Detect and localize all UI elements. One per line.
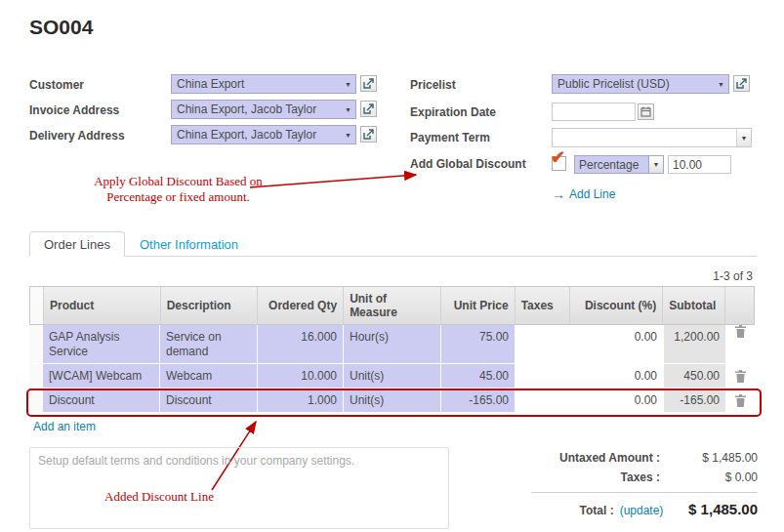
total-label: Total : (527, 504, 620, 517)
tab-order-lines[interactable]: Order Lines (29, 231, 125, 257)
cell-unit-price[interactable]: 45.00 (441, 364, 516, 389)
invoice-address-external-link-icon[interactable] (360, 101, 377, 117)
taxes-value: $ 0.00 (674, 471, 758, 484)
arrow-right-icon: → (552, 186, 565, 202)
customer-external-link-icon[interactable] (360, 75, 377, 92)
pricelist-value: Public Pricelist (USD) (553, 77, 714, 91)
cell-product[interactable]: Discount (43, 389, 160, 413)
cell-description[interactable]: Webcam (160, 364, 258, 389)
cell-unit-price[interactable]: -165.00 (441, 389, 516, 413)
col-taxes[interactable]: Taxes (516, 287, 570, 324)
payment-term-field[interactable]: ▼ (552, 128, 752, 147)
cell-uom[interactable]: Unit(s) (344, 364, 441, 389)
sales-order-form: SO004 Customer China Export ▼ Invoice Ad… (0, 0, 784, 532)
cell-qty[interactable]: 16.000 (258, 325, 344, 364)
cell-taxes[interactable] (516, 325, 570, 364)
table-row[interactable]: [WCAM] Webcam Webcam 10.000 Unit(s) 45.0… (29, 364, 755, 389)
chevron-down-icon[interactable]: ▼ (736, 129, 751, 146)
order-lines-table: Product Description Ordered Qty Unit of … (29, 286, 755, 413)
totals-divider (531, 492, 758, 493)
expiration-date-label: Expiration Date (410, 105, 496, 119)
discount-amount-input[interactable]: 10.00 (668, 155, 731, 174)
table-header: Product Description Ordered Qty Unit of … (29, 286, 755, 325)
annotation-global-discount-note: Apply Global Discount Based on Percentag… (83, 174, 273, 205)
table-row-discount[interactable]: Discount Discount 1.000 Unit(s) -165.00 … (29, 389, 755, 413)
cell-taxes[interactable] (516, 389, 570, 413)
pricelist-field[interactable]: Public Pricelist (USD) ▼ (552, 74, 729, 94)
taxes-label: Taxes : (527, 471, 674, 484)
update-link[interactable]: (update) (620, 504, 664, 517)
chevron-down-icon[interactable]: ▼ (648, 156, 663, 173)
cell-discount[interactable]: 0.00 (570, 364, 664, 389)
totals-block: Untaxed Amount : $ 1,485.00 Taxes : $ 0.… (527, 451, 758, 517)
col-discount[interactable]: Discount (%) (570, 287, 664, 324)
delivery-address-label: Delivery Address (29, 129, 125, 143)
delete-row-icon[interactable] (726, 325, 755, 364)
col-subtotal[interactable]: Subtotal (663, 287, 725, 324)
invoice-address-field[interactable]: China Export, Jacob Taylor ▼ (171, 100, 356, 119)
chevron-down-icon[interactable]: ▼ (341, 126, 355, 143)
invoice-address-value: China Export, Jacob Taylor (172, 102, 341, 116)
page-title: SO004 (29, 16, 93, 39)
payment-term-label: Payment Term (410, 131, 490, 144)
discount-type-value: Percentage (575, 158, 648, 172)
pager[interactable]: 1-3 of 3 (713, 269, 753, 283)
customer-value: China Export (172, 77, 341, 91)
col-ordered-qty[interactable]: Ordered Qty (258, 287, 344, 324)
chevron-down-icon[interactable]: ▼ (714, 75, 728, 93)
untaxed-amount-value: $ 1,485.00 (674, 451, 758, 465)
expiration-date-input[interactable] (552, 102, 636, 121)
discount-amount-value: 10.00 (673, 158, 702, 172)
row-drag-handle[interactable] (29, 325, 43, 364)
cell-description[interactable]: Discount (160, 389, 258, 413)
customer-field[interactable]: China Export ▼ (171, 74, 356, 94)
row-drag-handle[interactable] (29, 364, 43, 389)
handle-column-header (30, 287, 44, 324)
pricelist-external-link-icon[interactable] (733, 75, 750, 92)
discount-type-select[interactable]: Percentage ▼ (574, 155, 664, 174)
cell-uom[interactable]: Hour(s) (344, 325, 441, 364)
cell-subtotal: 450.00 (664, 364, 726, 389)
cell-subtotal: -165.00 (664, 389, 726, 413)
delivery-address-field[interactable]: China Export, Jacob Taylor ▼ (171, 125, 356, 144)
customer-label: Customer (29, 78, 84, 92)
cell-discount[interactable]: 0.00 (570, 389, 664, 413)
cell-discount[interactable]: 0.00 (570, 325, 664, 364)
terms-textarea[interactable]: Setup default terms and conditions in yo… (29, 447, 449, 529)
col-product[interactable]: Product (44, 287, 161, 324)
notebook-tabs: Order Lines Other Information (29, 231, 253, 257)
add-global-discount-label: Add Global Discount (410, 157, 526, 171)
add-an-item-link[interactable]: Add an item (33, 420, 96, 433)
untaxed-amount-label: Untaxed Amount : (527, 451, 674, 465)
col-description[interactable]: Description (161, 287, 259, 324)
cell-uom[interactable]: Unit(s) (344, 389, 441, 413)
delivery-address-value: China Export, Jacob Taylor (172, 128, 341, 142)
calendar-icon[interactable] (638, 103, 654, 120)
cell-subtotal: 1,200.00 (664, 325, 726, 364)
cell-product[interactable]: [WCAM] Webcam (43, 364, 160, 389)
col-unit-price[interactable]: Unit Price (441, 287, 516, 324)
cell-unit-price[interactable]: 75.00 (441, 325, 516, 364)
delivery-address-external-link-icon[interactable] (360, 126, 377, 143)
add-line-button[interactable]: → Add Line (552, 186, 615, 202)
delete-row-icon[interactable] (726, 364, 755, 389)
chevron-down-icon[interactable]: ▼ (341, 101, 355, 118)
col-delete (725, 287, 754, 324)
row-drag-handle[interactable] (29, 389, 43, 413)
col-unit-of-measure[interactable]: Unit of Measure (344, 287, 441, 324)
total-value: $ 1,485.00 (671, 501, 758, 517)
chevron-down-icon[interactable]: ▼ (341, 75, 355, 93)
delete-row-icon[interactable] (726, 389, 755, 413)
cell-qty[interactable]: 10.000 (258, 364, 344, 389)
cell-qty[interactable]: 1.000 (258, 389, 344, 413)
cell-product[interactable]: GAP Analysis Service (43, 325, 160, 364)
table-row[interactable]: GAP Analysis Service Service on demand 1… (29, 325, 755, 364)
invoice-address-label: Invoice Address (29, 103, 119, 117)
checkmark-icon: ✔ (551, 148, 565, 166)
tab-other-information[interactable]: Other Information (125, 231, 253, 257)
cell-description[interactable]: Service on demand (160, 325, 258, 364)
add-line-label: Add Line (569, 187, 615, 201)
pricelist-label: Pricelist (410, 78, 456, 92)
cell-taxes[interactable] (516, 364, 570, 389)
